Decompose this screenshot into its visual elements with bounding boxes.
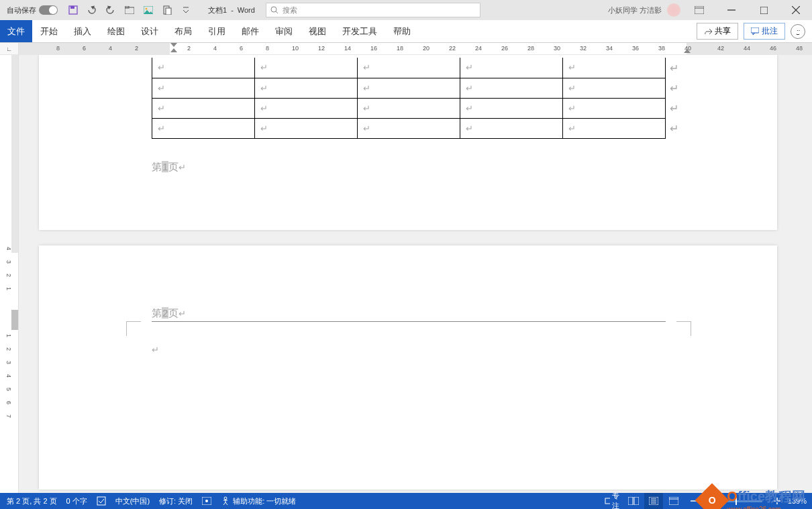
svg-point-9 [271, 7, 276, 12]
right-indent-marker[interactable] [684, 49, 691, 53]
user-avatar-icon[interactable] [667, 3, 680, 17]
page-1[interactable]: ↵↵↵↵↵ ↵↵↵↵↵ ↵↵↵↵↵ ↵↵↵↵↵ ↵ ↵ ↵ ↵ 第1页↵ [39, 55, 777, 230]
tab-10[interactable]: 帮助 [385, 20, 419, 42]
user-name: 小妖同学 方洁影 [608, 5, 662, 15]
qat-customize-button[interactable] [177, 1, 195, 19]
svg-rect-7 [166, 8, 171, 15]
pages-container: ↵↵↵↵↵ ↵↵↵↵↵ ↵↵↵↵↵ ↵↵↵↵↵ ↵ ↵ ↵ ↵ 第1页↵ 第2页… [19, 55, 812, 493]
tab-6[interactable]: 邮件 [234, 20, 267, 42]
page-1-footer[interactable]: 第1页↵ [152, 161, 186, 174]
macro-icon[interactable] [202, 497, 211, 505]
tab-0[interactable]: 开始 [32, 20, 66, 42]
watermark-logo: O Office教程网 www.office26.com [700, 488, 805, 509]
autosave-label: 自动保存 [7, 5, 36, 15]
svg-point-21 [224, 497, 227, 500]
search-placeholder: 搜索 [283, 5, 297, 15]
maximize-button[interactable] [750, 0, 777, 20]
tab-9[interactable]: 开发工具 [334, 20, 385, 42]
read-mode-button[interactable] [624, 493, 643, 509]
svg-rect-24 [634, 497, 639, 505]
horizontal-ruler[interactable]: 8642246810121416182022242628303234363840… [19, 43, 812, 54]
title-bar: 自动保存 关 文档1 - Word 搜索 小妖同学 方洁影 [0, 0, 812, 20]
ribbon-right: 共享 批注 [697, 20, 812, 42]
svg-point-5 [146, 8, 148, 10]
feedback-button[interactable] [791, 24, 805, 39]
svg-rect-29 [669, 497, 678, 505]
tab-4[interactable]: 布局 [166, 20, 200, 42]
track-changes[interactable]: 修订: 关闭 [159, 496, 193, 506]
redo-button[interactable] [102, 1, 119, 19]
share-button[interactable]: 共享 [697, 23, 738, 40]
focus-icon [604, 497, 610, 505]
vertical-ruler[interactable]: 43211234567 [0, 55, 19, 493]
search-icon [270, 6, 278, 14]
picture-button[interactable] [140, 1, 157, 19]
accessibility[interactable]: 辅助功能: 一切就绪 [221, 496, 296, 506]
watermark-icon: O [695, 484, 729, 509]
crop-mark-icon [126, 144, 141, 159]
language[interactable]: 中文(中国) [115, 496, 150, 506]
svg-rect-17 [751, 27, 759, 33]
page-info[interactable]: 第 2 页, 共 2 页 [7, 496, 57, 506]
page-2-header[interactable]: 第2页↵ [152, 307, 186, 320]
share-icon [704, 27, 712, 36]
search-box[interactable]: 搜索 [266, 3, 480, 17]
user-area: 小妖同学 方洁影 [608, 0, 812, 20]
tab-7[interactable]: 审阅 [267, 20, 301, 42]
document-title: 文档1 - Word 搜索 [208, 3, 608, 17]
tab-8[interactable]: 视图 [301, 20, 334, 42]
crop-mark-icon [676, 144, 691, 159]
doc-name: 文档1 [208, 5, 227, 15]
file-tab[interactable]: 文件 [0, 20, 32, 42]
web-layout-button[interactable] [664, 493, 683, 509]
status-left: 第 2 页, 共 2 页 0 个字 中文(中国) 修订: 关闭 辅助功能: 一切… [0, 496, 296, 506]
svg-line-10 [276, 11, 278, 13]
comments-button[interactable]: 批注 [744, 23, 785, 40]
ribbon-display-button[interactable] [686, 0, 713, 20]
paste-button[interactable] [158, 1, 176, 19]
word-count[interactable]: 0 个字 [66, 496, 87, 506]
quick-access-toolbar [64, 1, 195, 19]
svg-rect-18 [97, 497, 105, 505]
crop-mark-icon [126, 321, 141, 336]
ribbon-tabs: 文件 开始插入绘图设计布局引用邮件审阅视图开发工具帮助 共享 批注 [0, 20, 812, 43]
focus-mode-button[interactable]: 专注 [604, 493, 623, 509]
accessibility-icon [221, 496, 230, 506]
page-2[interactable]: 第2页↵ ↵ [39, 245, 777, 490]
minimize-button[interactable] [718, 0, 745, 20]
header-underline [152, 321, 666, 322]
svg-rect-14 [760, 7, 768, 14]
print-layout-button[interactable] [644, 493, 663, 509]
app-name: Word [238, 6, 255, 14]
svg-rect-1 [70, 6, 74, 9]
svg-point-20 [205, 500, 208, 502]
autosave-toggle[interactable]: 自动保存 关 [0, 5, 62, 15]
crop-mark-icon [676, 321, 691, 336]
toggle-switch[interactable]: 关 [39, 5, 58, 15]
status-bar: 第 2 页, 共 2 页 0 个字 中文(中国) 修订: 关闭 辅助功能: 一切… [0, 493, 812, 509]
undo-button[interactable] [83, 1, 101, 19]
indent-marker[interactable] [170, 43, 177, 52]
close-button[interactable] [782, 0, 809, 20]
folder-button[interactable] [121, 1, 138, 19]
horizontal-ruler-row: ∟ 86422468101214161820222426283032343638… [0, 43, 812, 55]
tab-1[interactable]: 插入 [66, 20, 99, 42]
svg-rect-23 [628, 497, 633, 505]
save-button[interactable] [64, 1, 82, 19]
tab-selector[interactable]: ∟ [0, 43, 19, 55]
tab-3[interactable]: 设计 [133, 20, 166, 42]
tab-2[interactable]: 绘图 [99, 20, 133, 42]
comment-icon [751, 27, 759, 35]
para-mark: ↵ [152, 345, 159, 355]
spell-check-icon[interactable] [97, 496, 106, 506]
svg-rect-11 [695, 6, 704, 14]
document-area: 43211234567 ↵↵↵↵↵ ↵↵↵↵↵ ↵↵↵↵↵ ↵↵↵↵↵ ↵ ↵ … [0, 55, 812, 493]
tab-5[interactable]: 引用 [200, 20, 234, 42]
svg-rect-22 [605, 498, 610, 504]
document-table[interactable]: ↵↵↵↵↵ ↵↵↵↵↵ ↵↵↵↵↵ ↵↵↵↵↵ [152, 58, 666, 139]
